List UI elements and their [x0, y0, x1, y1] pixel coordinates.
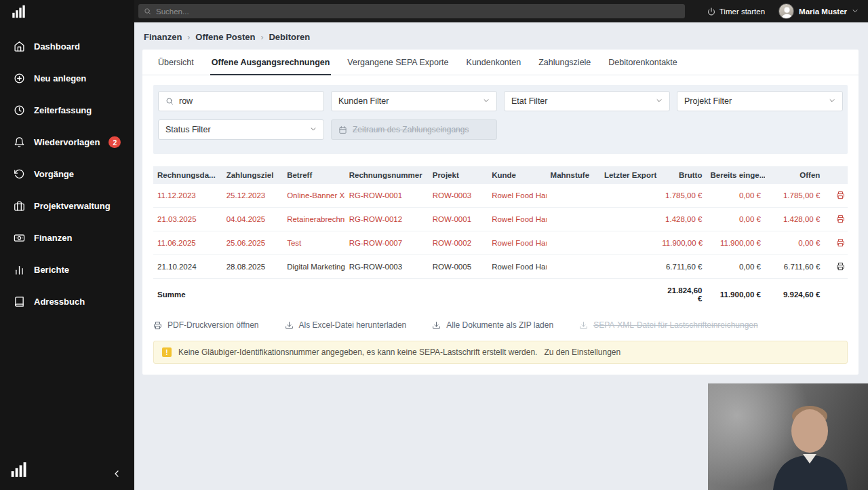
filter-panel: Kunden Filter Etat Filter Projekt Filter… — [153, 85, 848, 154]
cell-received: 0,00 € — [706, 184, 764, 208]
col-brutto[interactable]: Brutto — [658, 166, 706, 184]
filter-spacer — [504, 119, 670, 140]
chevron-down-icon — [829, 96, 835, 106]
sidebar-item-label: Neu anlegen — [34, 73, 86, 83]
table-row[interactable]: 21.10.2024 28.08.2025 Digital Marketing … — [153, 255, 848, 279]
sidebar-item-dashboard[interactable]: Dashboard — [0, 31, 134, 62]
cell-open: 1.428,00 € — [765, 208, 824, 231]
breadcrumb: Finanzen › Offene Posten › Debitoren — [144, 32, 859, 42]
cell-number: RG-ROW-0012 — [345, 208, 429, 231]
open-pdf-print-button[interactable]: PDF-Druckversion öffnen — [153, 320, 259, 330]
cell-customer: Rowel Food Handel — [488, 208, 546, 231]
debitoren-card: Übersicht Offene Ausgangsrechnungen Verg… — [142, 50, 859, 375]
cell-due: 25.06.2025 — [222, 231, 283, 255]
col-offen[interactable]: Offen — [765, 166, 824, 184]
warning-text: Keine Gläubiger-Identifikationsnummer an… — [178, 347, 537, 357]
cell-last-export — [600, 231, 658, 255]
sidebar-item-label: Dashboard — [34, 41, 80, 52]
sidebar-item-vorgaenge[interactable]: Vorgänge — [0, 158, 134, 190]
notification-badge: 2 — [108, 136, 121, 148]
avatar — [778, 3, 794, 19]
sidebar-item-adressbuch[interactable]: Adressbuch — [0, 286, 134, 318]
banknote-icon — [14, 232, 25, 244]
table-row[interactable]: 11.06.2025 25.06.2025 Test RG-ROW-0007 R… — [153, 231, 848, 255]
cell-project: ROW-0005 — [429, 255, 488, 279]
download-icon — [432, 321, 441, 330]
breadcrumb-finanzen[interactable]: Finanzen — [144, 32, 182, 42]
sidebar-item-finanzen[interactable]: Finanzen — [0, 222, 134, 254]
sidebar-item-zeiterfassung[interactable]: Zeiterfassung — [0, 94, 134, 126]
col-rechnungsnummer[interactable]: Rechnungsnummer — [345, 166, 429, 184]
kunden-filter-select[interactable]: Kunden Filter — [331, 91, 497, 111]
tab-vergangene-sepa-exporte[interactable]: Vergangene SEPA Exporte — [338, 50, 457, 75]
cell-mahnstufe — [547, 255, 600, 279]
cell-received: 11.900,00 € — [706, 231, 764, 255]
print-invoice-button[interactable] — [836, 214, 845, 223]
download-icon — [285, 321, 294, 330]
cell-brutto: 1.785,00 € — [658, 184, 706, 208]
tab-kundenkonten[interactable]: Kundenkonten — [458, 50, 530, 75]
print-invoice-button[interactable] — [836, 262, 845, 271]
address-book-icon — [14, 296, 25, 307]
sidebar-item-neu-anlegen[interactable]: Neu anlegen — [0, 62, 134, 94]
invoices-table-wrap: Rechnungsda... Zahlungsziel Betreff Rech… — [153, 166, 848, 310]
webcam-overlay — [708, 383, 868, 490]
chevron-down-icon — [310, 125, 317, 134]
col-rechnungsdatum[interactable]: Rechnungsda... — [153, 166, 222, 184]
table-search-input[interactable] — [179, 96, 317, 106]
cell-mahnstufe — [547, 208, 600, 231]
print-invoice-button[interactable] — [836, 191, 845, 200]
logo-bars-icon — [11, 4, 26, 19]
payment-period-label: Zeitraum des Zahlungseingangs — [353, 125, 469, 134]
cell-last-export — [600, 208, 658, 231]
action-label: SEPA-XML-Datei für Lastschrifteinreichun… — [593, 320, 758, 330]
table-row[interactable]: 21.03.2025 04.04.2025 Retainerabrechnung… — [153, 208, 848, 231]
tab-debitorenkontakte[interactable]: Debitorenkontakte — [599, 50, 686, 75]
search-icon — [165, 97, 174, 105]
sum-brutto: 21.824,60 € — [658, 279, 706, 311]
projekt-filter-select[interactable]: Projekt Filter — [677, 91, 843, 111]
table-actions: PDF-Druckversion öffnen Als Excel-Datei … — [153, 320, 848, 330]
download-excel-button[interactable]: Als Excel-Datei herunterladen — [285, 320, 407, 330]
cell-number: RG-ROW-0007 — [345, 231, 429, 255]
table-row[interactable]: 11.12.2023 25.12.2023 Online-Banner X-S … — [153, 184, 848, 208]
cell-date: 21.10.2024 — [153, 255, 222, 279]
table-header-row: Rechnungsda... Zahlungsziel Betreff Rech… — [153, 166, 848, 184]
col-mahnstufe[interactable]: Mahnstufe — [547, 166, 600, 184]
table-search-field[interactable] — [158, 91, 324, 111]
collapse-sidebar-button[interactable] — [111, 468, 122, 482]
cell-project: ROW-0003 — [429, 184, 488, 208]
warning-icon: ! — [162, 347, 172, 357]
topbar: Timer starten Maria Muster — [134, 0, 868, 22]
global-search[interactable] — [138, 4, 685, 18]
cell-brutto: 6.711,60 € — [658, 255, 706, 279]
col-kunde[interactable]: Kunde — [488, 166, 546, 184]
print-invoice-button[interactable] — [836, 238, 845, 247]
start-timer-button[interactable]: Timer starten — [707, 7, 765, 16]
global-search-input[interactable] — [156, 7, 679, 16]
tab-uebersicht[interactable]: Übersicht — [149, 50, 203, 75]
sum-label: Summe — [153, 279, 658, 311]
cell-last-export — [600, 184, 658, 208]
sidebar-item-berichte[interactable]: Berichte — [0, 254, 134, 286]
breadcrumb-offene-posten[interactable]: Offene Posten — [195, 32, 255, 42]
app-logo[interactable] — [0, 0, 134, 22]
tab-offene-ausgangsrechnungen[interactable]: Offene Ausgangsrechnungen — [203, 50, 339, 75]
sidebar-item-projektverwaltung[interactable]: Projektverwaltung — [0, 190, 134, 222]
status-filter-select[interactable]: Status Filter — [158, 119, 324, 140]
user-menu[interactable]: Maria Muster — [778, 3, 859, 19]
col-projekt[interactable]: Projekt — [429, 166, 488, 184]
col-zahlungsziel[interactable]: Zahlungsziel — [222, 166, 283, 184]
bell-icon — [14, 136, 25, 148]
tab-zahlungsziele[interactable]: Zahlungsziele — [530, 50, 599, 75]
sidebar-item-wiedervorlagen[interactable]: Wiedervorlagen 2 — [0, 126, 134, 158]
etat-filter-select[interactable]: Etat Filter — [504, 91, 670, 111]
col-betreff[interactable]: Betreff — [283, 166, 345, 184]
col-bereits-eingegangen[interactable]: Bereits einge... — [706, 166, 764, 184]
download-zip-button[interactable]: Alle Dokumente als ZIP laden — [432, 320, 553, 330]
col-letzter-export[interactable]: Letzter Export — [600, 166, 658, 184]
sidebar-footer — [0, 460, 134, 490]
printer-icon — [836, 214, 845, 223]
settings-link[interactable]: Zu den Einstellungen — [544, 347, 620, 357]
chevron-down-icon — [852, 7, 859, 16]
